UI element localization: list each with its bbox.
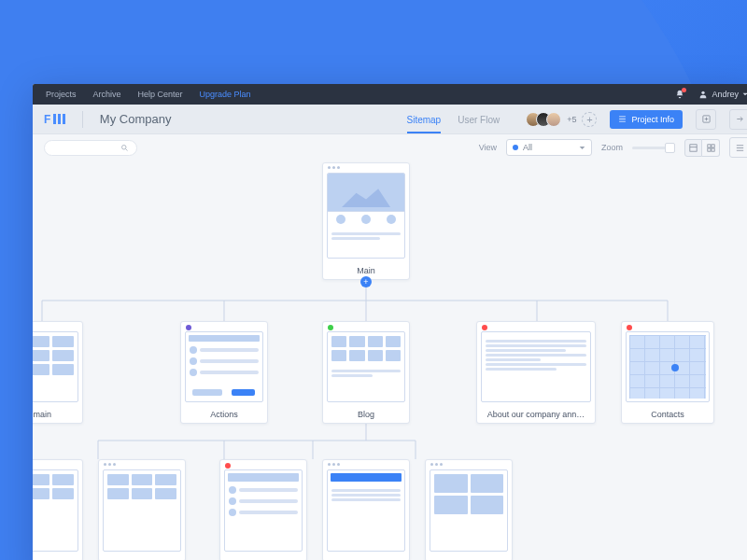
node-child[interactable] xyxy=(98,459,186,560)
share-button[interactable] xyxy=(729,109,747,130)
collaborators: +5 + xyxy=(526,112,597,127)
app-window: Projects Archive Help Center Upgrade Pla… xyxy=(33,84,747,560)
header-bar: F My Company Sitemap User Flow +5 + Proj… xyxy=(33,105,747,134)
notification-dot xyxy=(682,88,686,92)
project-title: My Company xyxy=(100,112,172,126)
node-child[interactable] xyxy=(33,459,83,560)
tab-userflow[interactable]: User Flow xyxy=(458,115,500,133)
node-title: Contacts xyxy=(622,410,713,419)
zoom-label: Zoom xyxy=(601,143,623,152)
layout-grid-view[interactable] xyxy=(702,139,720,157)
search-icon xyxy=(120,144,129,152)
svg-point-0 xyxy=(702,91,705,94)
nav-help[interactable]: Help Center xyxy=(138,90,183,99)
nav-projects[interactable]: Projects xyxy=(46,90,77,99)
svg-point-2 xyxy=(122,145,127,149)
view-tabs: Sitemap User Flow xyxy=(407,105,500,133)
node-title: Main xyxy=(323,266,409,275)
status-pin-icon xyxy=(186,325,191,330)
status-pin-icon xyxy=(482,325,487,330)
chevron-down-icon xyxy=(579,145,585,151)
node-title: Blog xyxy=(323,410,409,419)
node-contacts[interactable]: Contacts xyxy=(621,321,714,424)
svg-rect-6 xyxy=(707,147,710,150)
node-child[interactable] xyxy=(322,459,410,560)
node-title: Catalog main xyxy=(33,410,82,419)
radio-dot-icon xyxy=(513,145,518,150)
add-collaborator-button[interactable]: + xyxy=(582,112,597,127)
project-info-label: Project Info xyxy=(631,115,674,124)
notifications-icon[interactable] xyxy=(674,89,685,100)
node-title: Actions xyxy=(181,410,267,419)
status-pin-icon xyxy=(328,325,333,330)
list-view-button[interactable] xyxy=(729,137,747,158)
nav-upgrade[interactable]: Upgrade Plan xyxy=(200,90,251,99)
project-info-button[interactable]: Project Info xyxy=(610,110,683,129)
avatar[interactable] xyxy=(546,112,561,127)
zoom-slider[interactable] xyxy=(632,147,675,149)
app-logo[interactable]: F xyxy=(44,113,65,126)
node-title: About our company ann… xyxy=(477,410,595,419)
view-label: View xyxy=(479,143,497,152)
node-about[interactable]: About our company ann… xyxy=(476,321,596,424)
node-child[interactable] xyxy=(219,459,307,560)
add-child-button[interactable]: + xyxy=(360,276,372,287)
collaborator-count: +5 xyxy=(567,115,576,124)
user-menu[interactable]: Andrey xyxy=(698,90,747,99)
collaborator-avatars[interactable] xyxy=(526,112,561,127)
view-select-value: All xyxy=(523,143,532,152)
layout-card-view[interactable] xyxy=(684,139,702,157)
svg-rect-7 xyxy=(711,147,713,150)
view-select[interactable]: All xyxy=(506,139,592,156)
node-main[interactable]: Main xyxy=(322,162,410,280)
svg-rect-5 xyxy=(711,144,713,147)
toolbar: View All Zoom xyxy=(33,134,747,161)
status-pin-icon xyxy=(225,463,231,469)
status-pin-icon xyxy=(627,325,632,330)
node-blog[interactable]: Blog xyxy=(322,321,410,424)
nav-archive[interactable]: Archive xyxy=(93,90,121,99)
layout-toggle xyxy=(684,139,720,157)
sitemap-canvas[interactable]: Main + Catalog main Actions xyxy=(33,161,747,560)
svg-rect-3 xyxy=(690,144,697,150)
top-nav: Projects Archive Help Center Upgrade Pla… xyxy=(33,84,747,105)
save-button[interactable] xyxy=(696,109,716,130)
node-catalog[interactable]: Catalog main xyxy=(33,321,83,424)
node-child[interactable] xyxy=(425,459,513,560)
tab-sitemap[interactable]: Sitemap xyxy=(407,115,442,133)
user-name: Andrey xyxy=(712,90,739,99)
search-input[interactable] xyxy=(44,140,137,156)
node-actions[interactable]: Actions xyxy=(180,321,268,424)
svg-rect-4 xyxy=(707,144,710,147)
